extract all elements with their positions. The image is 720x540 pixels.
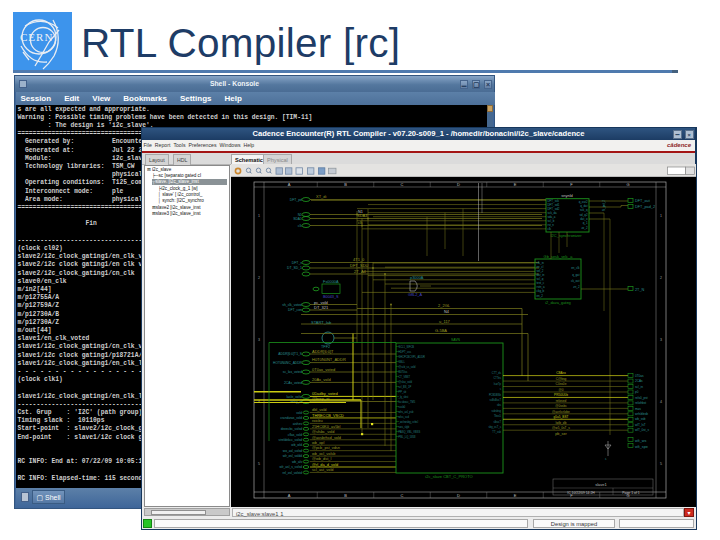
svg-text:5: 5: [660, 462, 662, 466]
svg-text:PASQ_VBL_VBSS: PASQ_VBL_VBSS: [399, 430, 421, 434]
svg-text:ADDR[6:0]T: ADDR[6:0]T: [312, 349, 334, 354]
svg-text:dbl_vold: dbl_vold: [312, 407, 327, 412]
svg-text:pc_vold: pc_vold: [314, 300, 328, 305]
svg-text:pb_ser: pb_ser: [555, 432, 567, 436]
svg-text:2: 2: [660, 276, 662, 280]
svg-text:@wb_dst_l: @wb_dst_l: [312, 456, 331, 461]
svg-text:PP_sb: PP_sb: [399, 390, 407, 394]
svg-text:SCL1_WFCB: SCL1_WFCB: [399, 345, 415, 349]
svg-text:N4: N4: [444, 310, 449, 314]
svg-text:DT_321: DT_321: [314, 305, 329, 310]
svg-text:THRECCB_VSCD: THRECCB_VSCD: [312, 413, 344, 418]
svg-text:lwlb_db: lwlb_db: [556, 421, 567, 425]
svg-text:@scb_ss_vold: @scb_ss_vold: [399, 365, 416, 369]
svg-text:wlt_ws: wlt_ws: [635, 439, 646, 443]
svg-text:lacle_volst: lacle_volst: [287, 395, 302, 399]
svg-text:20As_vold: 20As_vold: [312, 377, 331, 382]
svg-text:@rl_da_d_vold: @rl_da_d_vold: [312, 462, 338, 467]
svg-text:C0ss0e: C0ss0e: [556, 382, 567, 386]
svg-text:I2C_synchronizer: I2C_synchronizer: [550, 233, 582, 238]
svg-text:slave1: slave1: [595, 482, 607, 487]
svg-text:N_pet_2: N_pet_2: [602, 200, 606, 211]
svg-text:Page 1 of 1: Page 1 of 1: [622, 491, 639, 495]
svg-text:@pcb_pst_vdsn: @pcb_pst_vdsn: [312, 445, 340, 450]
svg-text:SBLL: SBLL: [399, 360, 406, 364]
svg-text:rels0_pst: rels0_pst: [635, 396, 648, 400]
svg-text:ssBsBssT: ssBsBssT: [489, 398, 501, 402]
svg-text:D: D: [457, 182, 460, 187]
svg-text:clk: clk: [548, 227, 552, 231]
svg-text:aishes: aishes: [293, 422, 303, 426]
svg-text:PCBDBSb: PCBDBSb: [489, 393, 502, 397]
svg-text:sbs: sbs: [497, 403, 502, 407]
svg-text:relosed: relosed: [556, 399, 567, 403]
svg-text:en_clk: en_clk: [571, 266, 580, 270]
svg-text:snynld: snynld: [561, 193, 573, 198]
svg-text:IC 10/22/09 14:2H: IC 10/22/09 14:2H: [567, 491, 595, 495]
svg-text:scl_ast_vold: scl_ast_vold: [312, 467, 333, 472]
svg-text:p3000A: p3000A: [410, 275, 424, 280]
svg-text:B0043_S: B0043_S: [323, 295, 339, 299]
svg-text:5: 5: [258, 462, 260, 466]
svg-text:XT_di: XT_di: [316, 194, 327, 199]
svg-text:wrfsblesb: wrfsblesb: [635, 412, 648, 416]
svg-text:@0ssbc: @0ssbc: [555, 404, 567, 408]
svg-text:sc_las_voted: sc_las_voted: [283, 370, 302, 374]
svg-text:SDA1: SDA1: [293, 217, 302, 221]
svg-text:TT_ssb: TT_ssb: [492, 430, 501, 434]
svg-text:2T_A4: 2T_A4: [354, 269, 367, 274]
svg-text:DFT_pd: DFT_pd: [290, 198, 302, 202]
svg-text:B0T0ss: B0T0ss: [399, 370, 408, 374]
svg-text:C: C: [401, 493, 404, 498]
svg-text:slbssT: slbssT: [494, 420, 502, 424]
svg-text:4T1_0: 4T1_0: [353, 257, 365, 262]
svg-text:G: G: [626, 182, 629, 187]
svg-text:A: A: [288, 182, 291, 187]
svg-text:zz_2: zz_2: [581, 226, 587, 230]
svg-text:DFT_con: DFT_con: [288, 308, 302, 312]
svg-text:DFT_s: DFT_s: [292, 261, 302, 265]
svg-text:D: D: [457, 493, 460, 498]
svg-text:@avrlicrlobe: @avrlicrlobe: [552, 410, 570, 414]
svg-text:vireldekcc_volsd: vireldekcc_volsd: [279, 438, 303, 442]
svg-text:cranduras_vold: cranduras_vold: [280, 416, 302, 420]
svg-text:wb_opl: wb_opl: [312, 440, 324, 445]
svg-text:wb_als: wb_als: [292, 460, 302, 464]
svg-text:Gb_sesk_velc_a: Gb_sesk_velc_a: [544, 254, 574, 259]
svg-text:H0T0N0NT_ADDR: H0T0N0NT_ADDR: [312, 357, 346, 362]
svg-text:CTTes: CTTes: [494, 376, 502, 380]
svg-text:_wclrwsbg_cvbsl: _wclrwsbg_cvbsl: [398, 420, 419, 424]
svg-text:0T0as_voted: 0T0as_voted: [312, 367, 335, 372]
svg-text:SAVN: SAVN: [451, 338, 461, 342]
svg-text:u_117: u_117: [439, 319, 451, 324]
svg-text:wlt_spe: wlt_spe: [635, 445, 648, 449]
svg-text:s: s: [605, 457, 607, 461]
svg-text:mas: mas: [635, 407, 641, 411]
svg-text:@sfsbc_vold: @sfsbc_vold: [312, 429, 334, 434]
svg-text:CTT_ds: CTT_ds: [492, 371, 502, 375]
svg-text:roicbu: roicbu: [312, 418, 323, 423]
svg-text:scl_BS_1P: scl_BS_1P: [399, 385, 412, 389]
svg-text:SHCPCBCVPL_ADDR: SHCPCBCVPL_ADDR: [399, 355, 426, 359]
svg-text:PR50U0b: PR50U0b: [554, 393, 568, 397]
svg-text:G8L2_A: G8L2_A: [408, 293, 422, 297]
svg-text:cflas_vold: cflas_vold: [288, 433, 302, 437]
svg-text:2CAs_voted: 2CAs_voted: [284, 381, 302, 385]
svg-text:vold: vold: [296, 411, 302, 415]
svg-text:@avsbrhcd_vold: @avsbrhcd_vold: [312, 435, 341, 440]
svg-text:A: A: [288, 493, 291, 498]
svg-text:sws_slgb: sws_slgb: [399, 425, 410, 429]
svg-text:1: 1: [660, 214, 662, 218]
svg-text:ssbsbsg: ssbsbsg: [491, 409, 501, 413]
svg-text:wlr_asl_s_volsd: wlr_asl_s_volsd: [280, 465, 303, 469]
svg-text:wb_ssb: wb_ssb: [635, 417, 646, 421]
svg-text:wlrs_asl_psb: wlrs_asl_psb: [399, 410, 415, 414]
svg-text:3: 3: [258, 338, 260, 342]
svg-text:_lg_sbst: _lg_sbst: [398, 395, 409, 399]
svg-text:lscsbosc_TM5: lscsbosc_TM5: [399, 400, 416, 404]
svg-text:2CAs: 2CAs: [635, 379, 643, 383]
svg-text:en_2: en_2: [537, 294, 544, 298]
svg-text:q_gat: q_gat: [572, 273, 579, 277]
svg-text:DFT_out: DFT_out: [635, 199, 651, 203]
svg-text:F: F: [570, 182, 573, 187]
